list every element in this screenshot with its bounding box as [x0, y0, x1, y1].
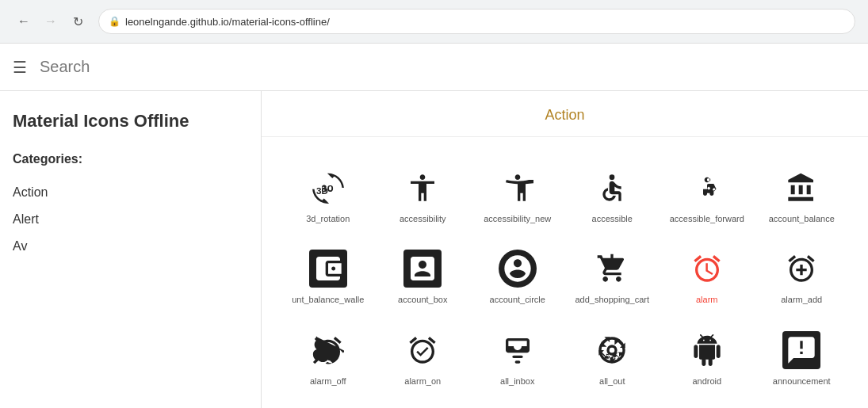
lock-icon: 🔒	[109, 16, 120, 27]
icon-alarm[interactable]: alarm	[660, 237, 755, 318]
icon-name-3d-rotation: 3d_rotation	[306, 213, 350, 224]
icon-name-account-balance-wallet: unt_balance_walle	[292, 294, 364, 305]
url-text: leonelngande.github.io/material-icons-of…	[125, 16, 330, 28]
android-icon	[688, 331, 726, 369]
content-area[interactable]: Action 3D 3d_rotation accessibility acc	[262, 91, 868, 408]
account-circle-icon	[499, 250, 537, 288]
svg-point-2	[608, 346, 616, 354]
sidebar: Material Icons Offline Categories: Actio…	[0, 91, 262, 408]
icon-name-accessible: accessible	[592, 213, 633, 224]
alarm-icon	[688, 250, 726, 288]
icon-accessibility-new[interactable]: accessibility_new	[470, 156, 565, 237]
accessible-forward-icon	[688, 169, 726, 207]
app-header: ☰ Search	[0, 44, 868, 91]
icon-alarm-add[interactable]: alarm_add	[755, 237, 850, 318]
add-shopping-cart-icon	[593, 250, 631, 288]
all-out-icon	[593, 331, 631, 369]
icon-name-account-box: account_box	[398, 294, 447, 305]
icons-grid: 3D 3d_rotation accessibility accessibili…	[262, 143, 868, 408]
search-label: Search	[40, 58, 90, 76]
icon-add-shopping-cart[interactable]: add_shopping_cart	[565, 237, 660, 318]
icon-name-all-inbox: all_inbox	[500, 376, 534, 387]
svg-text:3D: 3D	[316, 185, 328, 196]
alarm-add-icon	[782, 250, 820, 288]
hamburger-menu-icon[interactable]: ☰	[13, 58, 27, 77]
back-button[interactable]: ←	[13, 10, 35, 32]
refresh-button[interactable]: ↻	[67, 10, 89, 32]
accessibility-icon	[403, 169, 442, 207]
icon-accessible-forward[interactable]: accessible_forward	[660, 156, 755, 237]
icon-name-add-shopping-cart: add_shopping_cart	[575, 294, 649, 305]
sidebar-item-alert[interactable]: Alert	[13, 206, 248, 233]
alarm-on-icon	[403, 331, 442, 369]
icon-account-balance-wallet[interactable]: unt_balance_walle	[281, 237, 376, 318]
account-balance-wallet-icon	[309, 250, 347, 288]
sidebar-item-action[interactable]: Action	[13, 179, 248, 206]
forward-button[interactable]: →	[40, 10, 62, 32]
address-bar[interactable]: 🔒 leonelngande.github.io/material-icons-…	[98, 9, 855, 34]
icon-name-alarm: alarm	[696, 294, 718, 305]
3d-rotation-icon: 3D	[309, 169, 347, 207]
icon-account-balance[interactable]: account_balance	[755, 156, 850, 237]
icon-all-out[interactable]: all_out	[565, 318, 660, 399]
icon-name-accessibility: accessibility	[400, 213, 446, 224]
accessible-icon	[593, 169, 631, 207]
browser-chrome: ← → ↻ 🔒 leonelngande.github.io/material-…	[0, 0, 868, 44]
icon-name-account-circle: account_circle	[490, 294, 545, 305]
account-balance-icon	[782, 169, 820, 207]
icon-name-alarm-off: alarm_off	[310, 376, 346, 387]
icon-accessibility[interactable]: accessibility	[376, 156, 471, 237]
icon-name-android: android	[692, 376, 721, 387]
icon-3d-rotation[interactable]: 3D 3d_rotation	[281, 156, 376, 237]
icon-announcement[interactable]: announcement	[755, 318, 850, 399]
icon-name-announcement: announcement	[773, 376, 831, 387]
icon-alarm-off[interactable]: alarm_off	[281, 318, 376, 399]
all-inbox-icon	[499, 331, 537, 369]
icon-alarm-on[interactable]: alarm_on	[376, 318, 471, 399]
icon-accessible[interactable]: accessible	[565, 156, 660, 237]
svg-point-1	[610, 174, 615, 180]
sidebar-title: Material Icons Offline	[13, 110, 248, 133]
icon-name-account-balance: account_balance	[769, 213, 835, 224]
main-layout: Material Icons Offline Categories: Actio…	[0, 91, 868, 408]
icon-name-alarm-add: alarm_add	[781, 294, 822, 305]
alarm-off-icon	[309, 331, 347, 369]
icon-account-box[interactable]: account_box	[376, 237, 471, 318]
icon-name-all-out: all_out	[599, 376, 625, 387]
nav-buttons: ← → ↻	[13, 10, 89, 32]
icon-android[interactable]: android	[660, 318, 755, 399]
icon-all-inbox[interactable]: all_inbox	[470, 318, 565, 399]
icon-account-circle[interactable]: account_circle	[470, 237, 565, 318]
icon-name-accessibility-new: accessibility_new	[484, 213, 551, 224]
announcement-icon	[782, 331, 820, 369]
sidebar-item-av[interactable]: Av	[13, 233, 248, 260]
account-box-icon	[403, 250, 442, 288]
icon-name-alarm-on: alarm_on	[404, 376, 441, 387]
category-title: Action	[262, 91, 868, 137]
categories-label: Categories:	[13, 152, 248, 166]
icon-name-accessible-forward: accessible_forward	[670, 213, 744, 224]
accessibility-new-icon	[499, 169, 537, 207]
